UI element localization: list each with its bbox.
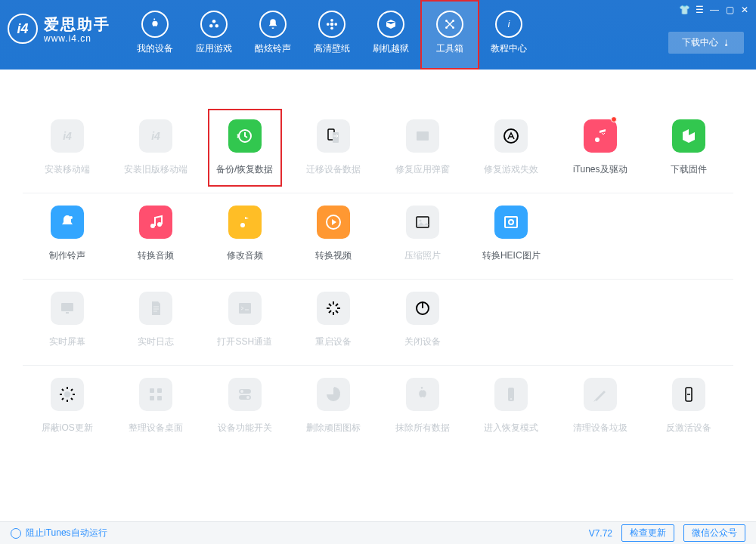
app-name: 爱思助手	[44, 14, 110, 35]
svg-line-38	[329, 304, 331, 306]
apple2-icon	[406, 378, 439, 411]
download-icon: ⭳	[723, 39, 730, 47]
app-site: www.i4.cn	[44, 33, 110, 44]
tile-label: 反激活设备	[645, 422, 734, 434]
tile-conv-video[interactable]: 转换视频	[290, 206, 379, 262]
svg-rect-18	[417, 131, 429, 141]
tile-make-ring[interactable]: 制作铃声	[23, 206, 112, 262]
tile-clean: 清理设备垃圾	[556, 378, 645, 434]
i4-icon: i4	[51, 119, 84, 153]
nav-ring[interactable]: 酷炫铃声	[243, 0, 302, 70]
notification-dot	[611, 116, 617, 122]
migrate-icon	[317, 119, 350, 153]
svg-point-52	[246, 396, 249, 399]
info-icon: i	[495, 11, 522, 38]
store-icon	[494, 119, 528, 153]
svg-point-0	[212, 20, 216, 23]
svg-rect-48	[157, 396, 162, 400]
minimize-icon[interactable]: —	[708, 3, 721, 17]
tile-edit-audio[interactable]: 修改音频	[200, 206, 290, 262]
i4-icon: i4	[139, 119, 172, 153]
nav-tools[interactable]: 工具箱	[420, 0, 479, 70]
itunes-block-text[interactable]: 阻止iTunes自动运行	[26, 527, 107, 539]
toggles-icon	[228, 378, 262, 411]
tile-backup-restore[interactable]: 备份/恢复数据	[200, 119, 290, 176]
svg-point-22	[70, 216, 73, 219]
svg-point-2	[215, 24, 219, 28]
tile-label: 删除顽固图标	[290, 422, 379, 434]
tile-label: 修复应用弹窗	[378, 163, 467, 176]
nav-help[interactable]: i教程中心	[479, 0, 538, 70]
tile-compress-img: 压缩照片	[378, 206, 467, 262]
tile-screen: 实时屏幕	[23, 292, 112, 348]
svg-rect-29	[505, 217, 517, 227]
svg-rect-17	[333, 132, 339, 143]
tile-label: 下载固件	[645, 163, 734, 176]
svg-point-21	[595, 138, 600, 142]
tools-grid: i4安装移动端i4安装旧版移动端备份/恢复数据迁移设备数据修复应用弹窗修复游戏失…	[0, 70, 756, 451]
svg-rect-45	[150, 388, 154, 393]
svg-point-54	[510, 398, 512, 400]
tile-label: 修改音频	[200, 249, 290, 262]
nav-label: 应用游戏	[184, 42, 243, 55]
close-icon[interactable]: ✕	[738, 3, 751, 17]
version-label: V7.72	[589, 528, 612, 539]
shirt-icon[interactable]: 👕	[677, 3, 691, 17]
nav-wall[interactable]: 高清壁纸	[302, 0, 361, 70]
tile-label: 备份/恢复数据	[200, 163, 290, 176]
play-icon	[317, 206, 350, 239]
monitor-icon	[51, 292, 84, 325]
loading-icon	[317, 292, 350, 325]
tile-shutdown: 关闭设备	[378, 292, 467, 348]
phone2-icon	[672, 378, 705, 411]
tile-recovery: 进入恢复模式	[467, 378, 556, 434]
nav-apps[interactable]: 应用游戏	[184, 0, 243, 70]
tile-label: 实时屏幕	[23, 335, 112, 348]
tile-label: 重启设备	[290, 335, 379, 348]
svg-line-39	[336, 311, 338, 313]
svg-point-10	[452, 20, 454, 22]
download-center-label: 下载中心	[682, 36, 718, 49]
tile-del-icons: 删除顽固图标	[290, 378, 379, 434]
nav-label: 教程中心	[479, 42, 538, 55]
svg-point-51	[240, 390, 243, 393]
svg-point-3	[330, 23, 334, 26]
tile-label: 设备功能开关	[200, 422, 290, 434]
maximize-icon[interactable]: ▢	[723, 3, 736, 17]
tile-desktop: 整理设备桌面	[112, 378, 201, 434]
svg-point-11	[445, 26, 448, 29]
popup-icon	[406, 119, 439, 153]
box-icon	[377, 11, 404, 38]
tile-label: 转换视频	[290, 249, 379, 262]
svg-text:i4: i4	[151, 130, 160, 142]
tile-install-mobile: i4安装移动端	[23, 119, 112, 176]
logo-icon: i4	[8, 14, 38, 44]
check-update-button[interactable]: 检查更新	[621, 524, 674, 542]
tile-download-fw[interactable]: 下载固件	[645, 119, 734, 176]
tile-label: iTunes及驱动	[556, 163, 645, 176]
backup-icon	[228, 119, 262, 153]
nav-label: 我的设备	[125, 42, 184, 55]
tile-label: 压缩照片	[378, 249, 467, 262]
brush-icon	[584, 378, 617, 411]
tile-conv-audio[interactable]: 转换音频	[112, 206, 201, 262]
tile-fix-game: 修复游戏失效	[467, 119, 556, 176]
tile-migrate: 迁移设备数据	[290, 119, 379, 176]
nav-device[interactable]: 我的设备	[125, 0, 184, 70]
heic-icon	[494, 206, 528, 239]
wechat-button[interactable]: 微信公众号	[683, 524, 745, 542]
tile-heic[interactable]: 转换HEIC图片	[467, 206, 556, 262]
tile-itunes-driver[interactable]: iTunes及驱动	[556, 119, 645, 176]
svg-rect-47	[150, 396, 154, 400]
image-icon	[406, 206, 439, 239]
tile-label: 转换HEIC图片	[467, 249, 556, 262]
logo: i4 爱思助手 www.i4.cn	[8, 14, 110, 44]
music-icon	[584, 119, 617, 153]
pie-icon	[317, 378, 350, 411]
menu-icon[interactable]: ☰	[692, 3, 706, 17]
nav-flash[interactable]: 刷机越狱	[361, 0, 420, 70]
download-center-button[interactable]: 下载中心 ⭳	[668, 32, 744, 54]
tile-label: 抹除所有数据	[378, 422, 467, 434]
tile-label: 实时日志	[112, 335, 201, 348]
nav-label: 酷炫铃声	[243, 42, 302, 55]
